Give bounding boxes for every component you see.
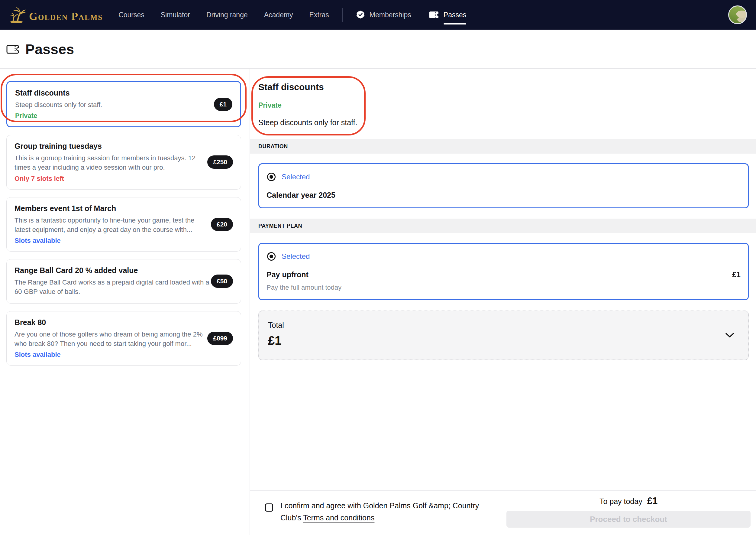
- pay-block: To pay today £1 Proceed to checkout: [507, 496, 751, 535]
- terms-text: I confirm and agree with Golden Palms Go…: [281, 500, 489, 524]
- to-pay-value: £1: [647, 496, 658, 507]
- payment-option-subtext: Pay the full amount today: [267, 284, 740, 291]
- pass-description: This is a fantastic opportunity to fine-…: [15, 216, 209, 234]
- detail-header: Staff discounts Private Steep discounts …: [250, 69, 756, 139]
- pass-status: Only 7 slots left: [15, 175, 233, 183]
- pass-status: Private: [15, 112, 232, 120]
- detail-description: Steep discounts only for staff.: [258, 118, 747, 139]
- option-selected-row: Selected: [267, 172, 740, 182]
- pass-detail-panel: Staff discounts Private Steep discounts …: [249, 69, 756, 535]
- ticket-outline-icon: [6, 44, 19, 55]
- nav-item-passes[interactable]: Passes: [429, 11, 466, 19]
- option-name-row: Calendar year 2025: [267, 191, 740, 200]
- nav-links: Courses Simulator Driving range Academy …: [118, 11, 329, 19]
- pass-description: This is a goruop training session for me…: [15, 153, 209, 172]
- palm-tree-icon: [9, 5, 26, 24]
- pass-description: The Range Ball Card works as a prepaid d…: [15, 277, 209, 296]
- pass-status: Slots available: [15, 351, 233, 358]
- pass-list: Staff discounts Steep discounts only for…: [0, 69, 249, 535]
- radio-selected-icon[interactable]: [267, 252, 276, 261]
- checkout-footer: I confirm and agree with Golden Palms Go…: [250, 490, 756, 535]
- price-badge: £250: [207, 155, 233, 169]
- pass-description: Steep discounts only for staff.: [15, 100, 210, 109]
- terms-and-conditions-link[interactable]: Terms and conditions: [303, 514, 374, 522]
- duration-section-header: DURATION: [250, 139, 756, 154]
- to-pay-label: To pay today: [599, 497, 642, 506]
- duration-option-name: Calendar year 2025: [267, 191, 335, 200]
- badge-check-icon: [356, 10, 365, 20]
- pass-card-members-event[interactable]: Members event 1st of March This is a fan…: [6, 197, 241, 252]
- nav-divider: [342, 8, 343, 22]
- payment-plan-section-header: PAYMENT PLAN: [250, 219, 756, 233]
- nav-item-extras[interactable]: Extras: [309, 11, 329, 19]
- pass-title: Range Ball Card 20 % added value: [15, 266, 233, 275]
- pass-title: Staff discounts: [15, 89, 232, 97]
- page-title: Passes: [25, 41, 74, 58]
- pass-card-group-training[interactable]: Group training tuesdays This is a goruop…: [6, 135, 241, 189]
- nav-item-driving-range[interactable]: Driving range: [207, 11, 248, 19]
- page-header: Passes: [0, 30, 756, 68]
- price-badge: £20: [211, 218, 233, 231]
- pass-status: Slots available: [15, 237, 233, 245]
- nav-item-memberships[interactable]: Memberships: [356, 10, 411, 20]
- price-badge: £50: [211, 274, 233, 288]
- nav-label-passes: Passes: [443, 11, 466, 19]
- brand[interactable]: Golden Palms: [9, 5, 103, 24]
- nav-secondary: Memberships Passes: [356, 10, 466, 20]
- pass-card-staff-discounts[interactable]: Staff discounts Steep discounts only for…: [6, 81, 241, 127]
- passes-page: Golden Palms Courses Simulator Driving r…: [0, 0, 756, 537]
- option-name-row: Pay upfront £1: [267, 270, 740, 279]
- terms-row: I confirm and agree with Golden Palms Go…: [265, 500, 489, 535]
- payment-option-pay-upfront[interactable]: Selected Pay upfront £1 Pay the full amo…: [258, 243, 749, 300]
- option-selected-label: Selected: [282, 173, 310, 181]
- pass-title: Members event 1st of March: [15, 204, 233, 213]
- navbar: Golden Palms Courses Simulator Driving r…: [0, 0, 756, 30]
- nav-item-simulator[interactable]: Simulator: [161, 11, 190, 19]
- brand-name: Golden Palms: [29, 11, 103, 24]
- chevron-down-icon[interactable]: [725, 333, 734, 338]
- ticket-icon: [429, 11, 439, 19]
- pass-title: Group training tuesdays: [15, 142, 233, 150]
- total-label: Total: [268, 321, 739, 330]
- proceed-to-checkout-button[interactable]: Proceed to checkout: [507, 511, 751, 528]
- nav-label-memberships: Memberships: [369, 11, 411, 19]
- pass-description: Are you one of those golfers who dream o…: [15, 330, 209, 348]
- price-badge: £1: [214, 98, 232, 111]
- detail-title: Staff discounts: [258, 82, 747, 92]
- nav-item-academy[interactable]: Academy: [264, 11, 293, 19]
- user-avatar[interactable]: [728, 5, 747, 24]
- price-badge: £899: [207, 332, 233, 345]
- nav-item-courses[interactable]: Courses: [118, 11, 144, 19]
- to-pay-row: To pay today £1: [599, 496, 658, 507]
- detail-visibility-badge: Private: [258, 101, 747, 109]
- total-summary-box[interactable]: Total £1: [258, 310, 749, 360]
- pass-card-range-ball-card[interactable]: Range Ball Card 20 % added value The Ran…: [6, 259, 241, 303]
- payment-option-price: £1: [732, 270, 740, 279]
- pass-card-break-80[interactable]: Break 80 Are you one of those golfers wh…: [6, 311, 241, 366]
- radio-selected-icon[interactable]: [267, 172, 276, 182]
- duration-option-calendar-2025[interactable]: Selected Calendar year 2025: [258, 163, 749, 208]
- terms-checkbox[interactable]: [265, 503, 273, 512]
- option-selected-row: Selected: [267, 252, 740, 261]
- content: Staff discounts Steep discounts only for…: [0, 68, 756, 535]
- payment-option-name: Pay upfront: [267, 270, 309, 279]
- total-value: £1: [268, 334, 739, 348]
- option-selected-label: Selected: [282, 252, 310, 261]
- pass-title: Break 80: [15, 318, 233, 327]
